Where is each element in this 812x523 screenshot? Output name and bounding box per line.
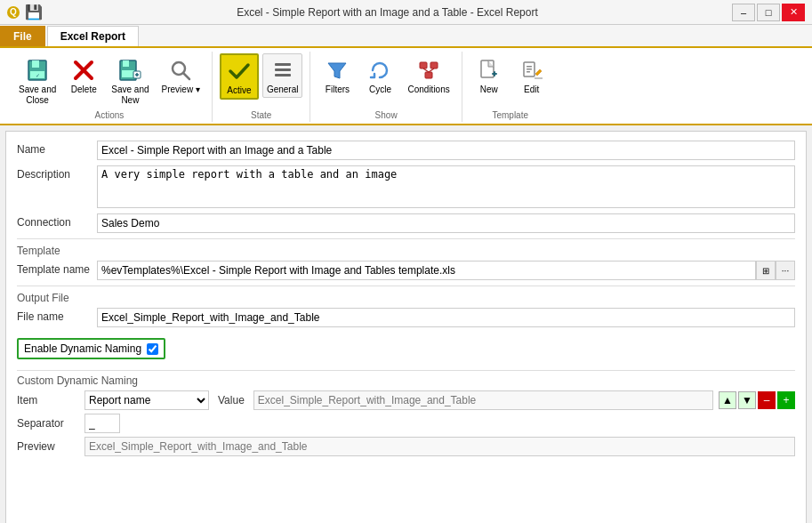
- svg-rect-28: [527, 68, 532, 70]
- edit-template-button[interactable]: Edit: [512, 53, 551, 98]
- description-input[interactable]: A very simple report with a table and an…: [97, 165, 795, 208]
- tab-file[interactable]: File: [0, 26, 45, 46]
- svg-rect-15: [275, 68, 291, 71]
- save-close-icon: ✓: [23, 56, 52, 84]
- dynamic-naming-container: Enable Dynamic Naming: [17, 333, 795, 365]
- preview-button[interactable]: Preview ▾: [157, 53, 205, 98]
- general-icon: [269, 56, 297, 84]
- tab-excel-report[interactable]: Excel Report: [47, 26, 139, 46]
- value-input[interactable]: [253, 390, 713, 410]
- custom-dynamic-section: Custom Dynamic Naming Item Report name V…: [17, 370, 795, 456]
- save-icon[interactable]: 💾: [25, 4, 43, 20]
- svg-rect-16: [275, 74, 291, 76]
- save-new-label: Save andNew: [111, 84, 149, 106]
- move-up-button[interactable]: ▲: [719, 391, 736, 409]
- svg-rect-8: [122, 70, 134, 77]
- preview-icon: [166, 56, 195, 84]
- enable-dynamic-naming-checkbox[interactable]: [147, 343, 158, 355]
- ribbon-actions-buttons: ✓ Save andClose Delete Save andNew: [14, 52, 205, 109]
- svg-rect-7: [123, 60, 129, 67]
- svg-rect-18: [420, 62, 427, 68]
- description-row: Description A very simple report with a …: [17, 165, 795, 208]
- connection-input[interactable]: [97, 213, 795, 233]
- save-close-button[interactable]: ✓ Save andClose: [14, 53, 60, 109]
- delete-icon: [69, 56, 98, 84]
- title-bar-left: Q 💾: [7, 4, 43, 20]
- template-dots-btn[interactable]: ···: [776, 261, 795, 280]
- save-new-button[interactable]: Save andNew: [107, 53, 153, 109]
- value-label: Value: [218, 394, 245, 406]
- ribbon-group-actions: ✓ Save andClose Delete Save andNew: [7, 52, 213, 122]
- delete-button[interactable]: Delete: [64, 53, 103, 98]
- action-buttons: ▲ ▼ – +: [719, 391, 795, 409]
- svg-line-22: [429, 68, 434, 72]
- cycle-button[interactable]: Cycle: [360, 53, 399, 98]
- separator-label: Separator: [17, 417, 79, 430]
- svg-line-21: [423, 68, 429, 72]
- maximize-button[interactable]: □: [757, 4, 780, 21]
- minimize-button[interactable]: –: [732, 4, 755, 21]
- edit-template-label: Edit: [524, 84, 539, 95]
- main-content: Name Description A very simple report wi…: [5, 131, 807, 523]
- active-label: Active: [227, 85, 251, 96]
- actions-group-label: Actions: [95, 110, 125, 120]
- svg-rect-27: [527, 66, 532, 68]
- move-down-button[interactable]: ▼: [738, 391, 756, 409]
- dynamic-naming-row: Enable Dynamic Naming: [17, 338, 165, 359]
- file-name-input[interactable]: [97, 308, 795, 327]
- svg-rect-20: [425, 72, 432, 78]
- template-name-row: Template name ⊞ ···: [17, 261, 795, 280]
- ribbon: ✓ Save andClose Delete Save andNew: [0, 48, 812, 125]
- state-group-label: State: [251, 110, 271, 120]
- conditions-button[interactable]: Conditions: [403, 53, 454, 98]
- svg-text:✓: ✓: [36, 73, 40, 78]
- ribbon-group-show: Filters Cycle Conditions Show: [310, 52, 462, 122]
- preview-label: Preview ▾: [162, 84, 200, 95]
- ribbon-state-buttons: Active General: [220, 52, 303, 109]
- title-bar: Q 💾 Excel - Simple Report with an Image …: [0, 0, 812, 25]
- new-template-button[interactable]: New: [470, 53, 509, 98]
- item-select-wrapper: Report name: [84, 390, 209, 410]
- svg-rect-23: [481, 60, 494, 77]
- template-name-label: Template name: [17, 261, 97, 276]
- custom-dynamic-label: Custom Dynamic Naming: [17, 370, 795, 387]
- new-template-icon: [475, 56, 503, 84]
- filters-button[interactable]: Filters: [318, 53, 357, 98]
- window-controls: – □ ✕: [732, 4, 805, 21]
- connection-row: Connection: [17, 213, 795, 233]
- active-button[interactable]: Active: [220, 53, 259, 100]
- svg-line-13: [183, 73, 189, 79]
- conditions-icon: [414, 56, 443, 84]
- ribbon-group-state: Active General State: [213, 52, 311, 122]
- cycle-icon: [366, 56, 394, 84]
- general-button[interactable]: General: [262, 53, 303, 98]
- item-select[interactable]: Report name: [84, 390, 209, 410]
- file-name-label: File name: [17, 308, 97, 323]
- template-name-input[interactable]: [97, 261, 756, 280]
- template-browse-btn[interactable]: ⊞: [756, 261, 776, 280]
- edit-template-icon: [518, 56, 546, 84]
- ribbon-group-template: New Edit Template: [462, 52, 559, 122]
- new-template-label: New: [480, 84, 498, 95]
- filters-label: Filters: [326, 84, 350, 95]
- add-item-button[interactable]: +: [777, 391, 795, 409]
- template-group-label: Template: [492, 110, 528, 120]
- remove-item-button[interactable]: –: [758, 391, 776, 409]
- app-icon: Q: [7, 6, 20, 19]
- svg-rect-29: [527, 71, 530, 73]
- ribbon-template-buttons: New Edit: [470, 52, 551, 109]
- connection-label: Connection: [17, 213, 97, 229]
- svg-rect-19: [430, 62, 438, 68]
- save-close-label: Save andClose: [19, 84, 56, 106]
- separator-row: Separator: [17, 414, 795, 433]
- file-name-row: File name: [17, 308, 795, 327]
- close-button[interactable]: ✕: [782, 4, 805, 21]
- item-value-row: Item Report name Value ▲ ▼ – +: [17, 390, 795, 410]
- general-label: General: [267, 84, 299, 95]
- item-label: Item: [17, 394, 79, 406]
- preview-input: [84, 437, 795, 456]
- name-input[interactable]: [97, 141, 795, 160]
- ribbon-show-buttons: Filters Cycle Conditions: [318, 52, 454, 109]
- separator-input[interactable]: [84, 414, 120, 433]
- preview-row: Preview: [17, 437, 795, 456]
